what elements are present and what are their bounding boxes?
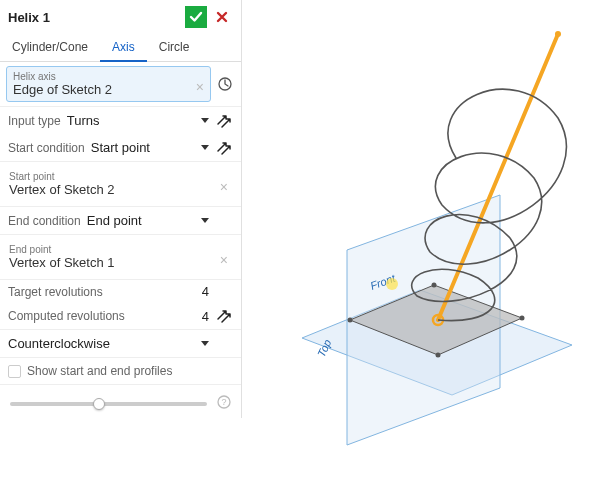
clear-icon[interactable]: ×: [220, 179, 228, 195]
end-point-row: End point Vertex of Sketch 1 ×: [0, 235, 241, 280]
show-profiles-label: Show start and end profiles: [27, 364, 172, 378]
show-profiles-checkbox[interactable]: [8, 365, 21, 378]
end-point-value: Vertex of Sketch 1: [9, 255, 228, 270]
end-condition-label: End condition: [8, 214, 81, 228]
direction-dropdown[interactable]: Counterclockwise: [8, 334, 195, 353]
tab-circle[interactable]: Circle: [147, 34, 202, 61]
direction-value: Counterclockwise: [8, 336, 110, 351]
arrow-toggle-button[interactable]: [215, 112, 233, 130]
accept-button[interactable]: [185, 6, 207, 28]
svg-text:?: ?: [221, 397, 226, 407]
start-condition-row: Start condition Start point: [0, 134, 241, 162]
start-point-field[interactable]: Start point Vertex of Sketch 2 ×: [6, 166, 235, 202]
input-type-row: Input type Turns: [0, 107, 241, 134]
start-condition-dropdown[interactable]: Start point: [91, 138, 195, 157]
slider-row: ?: [0, 385, 241, 418]
end-condition-dropdown[interactable]: End point: [87, 211, 195, 230]
helix-axis-value: Edge of Sketch 2: [13, 82, 204, 97]
helix-axis-label: Helix axis: [13, 71, 204, 82]
input-type-dropdown[interactable]: Turns: [67, 111, 195, 130]
close-icon: [215, 10, 229, 24]
caret-down-icon: [201, 218, 209, 223]
start-point-value: Vertex of Sketch 2: [9, 182, 228, 197]
svg-point-7: [555, 31, 561, 37]
help-button[interactable]: ?: [217, 395, 231, 412]
start-point-row: Start point Vertex of Sketch 2 ×: [0, 162, 241, 207]
input-type-label: Input type: [8, 114, 61, 128]
start-condition-value: Start point: [91, 140, 150, 155]
target-revolutions-label: Target revolutions: [8, 285, 196, 299]
end-condition-value: End point: [87, 213, 142, 228]
end-point-label: End point: [9, 244, 228, 255]
double-arrow-icon: [216, 308, 232, 324]
show-profiles-row: Show start and end profiles: [0, 358, 241, 385]
target-revolutions-value[interactable]: 4: [202, 284, 209, 299]
end-point-field[interactable]: End point Vertex of Sketch 1 ×: [6, 239, 235, 275]
clock-icon: [217, 76, 233, 92]
history-button[interactable]: [215, 74, 235, 94]
double-arrow-icon: [216, 113, 232, 129]
caret-down-icon: [201, 341, 209, 346]
clear-icon[interactable]: ×: [220, 252, 228, 268]
computed-revolutions-value: 4: [202, 309, 209, 324]
viewport-3d[interactable]: Top Front: [242, 0, 598, 504]
computed-revolutions-label: Computed revolutions: [8, 309, 196, 323]
svg-point-3: [348, 318, 353, 323]
cancel-button[interactable]: [211, 6, 233, 28]
tab-axis[interactable]: Axis: [100, 34, 147, 62]
caret-down-icon: [201, 145, 209, 150]
end-condition-row: End condition End point: [0, 207, 241, 235]
slider-thumb[interactable]: [93, 398, 105, 410]
help-icon: ?: [217, 395, 231, 409]
viewport-svg: Top Front: [242, 0, 598, 504]
helix-axis-field[interactable]: Helix axis Edge of Sketch 2 ×: [6, 66, 211, 102]
clear-icon[interactable]: ×: [196, 79, 204, 95]
target-revolutions-row: Target revolutions 4: [0, 280, 241, 303]
svg-point-5: [520, 316, 525, 321]
start-vertex-glow: [386, 278, 398, 290]
input-type-value: Turns: [67, 113, 100, 128]
helix-axis-row: Helix axis Edge of Sketch 2 ×: [0, 62, 241, 107]
arrow-toggle-button[interactable]: [215, 139, 233, 157]
start-point-label: Start point: [9, 171, 228, 182]
svg-point-4: [436, 353, 441, 358]
tabs: Cylinder/Cone Axis Circle: [0, 34, 241, 62]
opacity-slider[interactable]: [10, 402, 207, 406]
double-arrow-icon: [216, 140, 232, 156]
direction-row: Counterclockwise: [0, 330, 241, 358]
tab-cylinder-cone[interactable]: Cylinder/Cone: [0, 34, 100, 61]
panel-header: Helix 1: [0, 0, 241, 34]
start-condition-label: Start condition: [8, 141, 85, 155]
arrow-toggle-button[interactable]: [215, 307, 233, 325]
caret-down-icon: [201, 118, 209, 123]
computed-revolutions-row: Computed revolutions 4: [0, 303, 241, 330]
svg-point-6: [432, 283, 437, 288]
check-icon: [189, 10, 203, 24]
panel-header-buttons: [185, 6, 233, 28]
panel-title: Helix 1: [8, 10, 50, 25]
helix-panel: Helix 1 Cylinder/Cone Axis Circle Helix …: [0, 0, 242, 418]
